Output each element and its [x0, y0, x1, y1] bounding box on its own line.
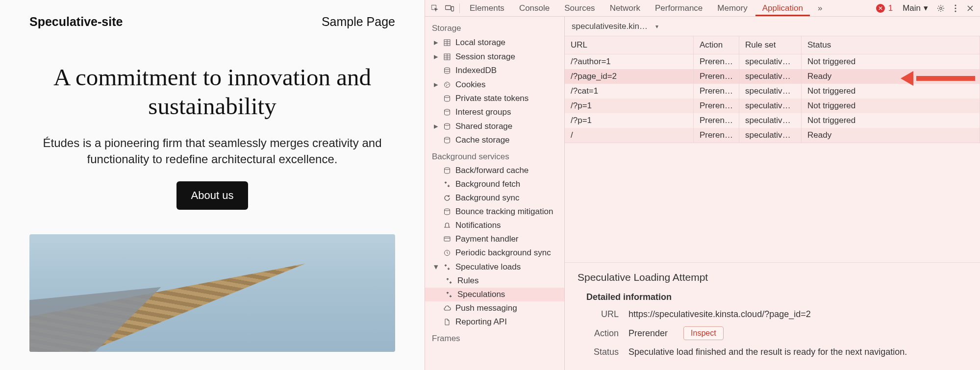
- inspect-element-icon[interactable]: [428, 1, 442, 15]
- tab-elements[interactable]: Elements: [463, 0, 511, 16]
- cell-action: Prerender: [693, 99, 739, 113]
- tab-memory[interactable]: Memory: [710, 0, 754, 16]
- database-icon: [443, 66, 452, 75]
- svg-point-14: [445, 96, 450, 98]
- tab-more[interactable]: »: [811, 0, 829, 16]
- tab-application[interactable]: Application: [755, 0, 810, 16]
- chevron-down-icon: ▾: [924, 3, 928, 13]
- svg-point-9: [445, 68, 450, 70]
- detail-action-value: Prerender: [628, 328, 668, 339]
- sidebar-payment-handler[interactable]: Payment handler: [425, 232, 564, 246]
- inspect-button[interactable]: Inspect: [683, 326, 724, 340]
- detail-status-value: Speculative load finished and the result…: [628, 347, 907, 357]
- sidebar-bfcache[interactable]: Back/forward cache: [425, 164, 564, 177]
- cell-status: Not triggered: [801, 54, 980, 70]
- cell-url: /?page_id=2: [565, 69, 693, 84]
- sidebar-cookies[interactable]: ▸ Cookies: [425, 77, 564, 92]
- frame-dropdown[interactable]: speculativesite.kin…: [572, 22, 658, 31]
- sidebar-speculations[interactable]: Speculations: [425, 288, 564, 301]
- error-indicator[interactable]: ✕ 1: [872, 3, 897, 13]
- nav-link-sample-page[interactable]: Sample Page: [322, 15, 395, 28]
- gear-icon[interactable]: [934, 1, 948, 15]
- tab-performance[interactable]: Performance: [648, 0, 709, 16]
- tab-console[interactable]: Console: [512, 0, 556, 16]
- col-ruleset[interactable]: Rule set: [739, 36, 802, 54]
- sidebar-interest-groups[interactable]: Interest groups: [425, 105, 564, 119]
- sidebar-rules[interactable]: Rules: [425, 274, 564, 288]
- table-row[interactable]: /Prerenderspeculativesite…Ready: [565, 128, 980, 143]
- svg-point-15: [445, 109, 450, 111]
- about-us-button[interactable]: About us: [176, 181, 249, 210]
- table-empty-space: [565, 143, 980, 262]
- label: Background fetch: [455, 179, 520, 189]
- svg-point-18: [445, 168, 450, 170]
- sidebar-periodic-sync[interactable]: Periodic background sync: [425, 246, 564, 260]
- sidebar-reporting-api[interactable]: Reporting API: [425, 315, 564, 329]
- sync-icon: [443, 180, 452, 189]
- sidebar-local-storage[interactable]: ▸ Local storage: [425, 35, 564, 49]
- cell-ruleset: speculativesite…: [739, 99, 802, 113]
- frame-dropdown-label: speculativesite.kin…: [572, 22, 648, 31]
- kebab-menu-icon[interactable]: [949, 1, 962, 15]
- label: Interest groups: [455, 107, 511, 117]
- table-row[interactable]: /?page_id=2Prerenderspeculativesite…Read…: [565, 69, 980, 84]
- cell-url: /?p=1: [565, 113, 693, 128]
- sidebar-background-sync[interactable]: Background sync: [425, 191, 564, 205]
- sidebar-session-storage[interactable]: ▸ Session storage: [425, 49, 564, 64]
- expand-arrow-icon: ▸: [434, 121, 439, 131]
- error-icon: ✕: [876, 4, 885, 13]
- sidebar-private-state-tokens[interactable]: Private state tokens: [425, 92, 564, 105]
- svg-point-5: [955, 7, 956, 9]
- table-row[interactable]: /?author=1Prerenderspeculativesite…Not t…: [565, 54, 980, 70]
- application-main: speculativesite.kin… URL Action Rule set…: [565, 17, 980, 370]
- col-action[interactable]: Action: [693, 36, 739, 54]
- database-icon: [443, 207, 452, 216]
- table-row[interactable]: /?p=1Prerenderspeculativesite…Not trigge…: [565, 99, 980, 113]
- col-url[interactable]: URL: [565, 36, 693, 54]
- cell-ruleset: speculativesite…: [739, 128, 802, 143]
- devtools-tabstrip: Elements Console Sources Network Perform…: [425, 0, 980, 17]
- cell-ruleset: speculativesite…: [739, 54, 802, 70]
- divider: [459, 3, 460, 13]
- cell-ruleset: speculativesite…: [739, 84, 802, 99]
- label: Background sync: [455, 193, 519, 203]
- cell-url: /?p=1: [565, 99, 693, 113]
- clock-icon: [443, 248, 452, 257]
- speculations-table[interactable]: URL Action Rule set Status /?author=1Pre…: [565, 36, 980, 143]
- cell-url: /?cat=1: [565, 84, 693, 99]
- col-status[interactable]: Status: [801, 36, 980, 54]
- sidebar-notifications[interactable]: Notifications: [425, 219, 564, 232]
- grid-icon: [443, 38, 452, 47]
- sidebar-indexeddb[interactable]: IndexedDB: [425, 64, 564, 77]
- sidebar-speculative-loads[interactable]: ▾Speculative loads: [425, 260, 564, 274]
- website-viewport: Speculative-site Sample Page A commitmen…: [0, 0, 425, 370]
- table-row[interactable]: /?p=1Prerenderspeculativesite…Not trigge…: [565, 113, 980, 128]
- sidebar-push-messaging[interactable]: Push messaging: [425, 301, 564, 315]
- svg-point-19: [445, 209, 450, 211]
- database-icon: [443, 108, 452, 117]
- sidebar-cache-storage[interactable]: Cache storage: [425, 133, 564, 147]
- application-sidebar[interactable]: Storage ▸ Local storage ▸ Session storag…: [425, 17, 565, 370]
- site-title[interactable]: Speculative-site: [29, 15, 123, 29]
- sidebar-shared-storage[interactable]: ▸ Shared storage: [425, 119, 564, 133]
- device-toolbar-icon[interactable]: [443, 1, 456, 15]
- close-icon[interactable]: [963, 1, 977, 15]
- detail-status-key: Status: [583, 347, 619, 357]
- svg-point-10: [445, 82, 450, 87]
- svg-rect-2: [452, 6, 454, 11]
- detail-action-key: Action: [583, 328, 619, 339]
- label: Notifications: [455, 221, 501, 230]
- cell-status: Not triggered: [801, 84, 980, 99]
- table-row[interactable]: /?cat=1Prerenderspeculativesite…Not trig…: [565, 84, 980, 99]
- tab-network[interactable]: Network: [603, 0, 647, 16]
- tab-sources[interactable]: Sources: [557, 0, 602, 16]
- cell-action: Prerender: [693, 113, 739, 128]
- hero-image: [29, 234, 395, 352]
- svg-point-3: [940, 7, 942, 9]
- sidebar-bounce-tracking[interactable]: Bounce tracking mitigation: [425, 205, 564, 219]
- target-selector[interactable]: Main ▾: [898, 3, 933, 13]
- card-icon: [443, 235, 452, 244]
- sidebar-background-fetch[interactable]: Background fetch: [425, 177, 564, 191]
- svg-point-13: [446, 85, 447, 86]
- cell-ruleset: speculativesite…: [739, 69, 802, 84]
